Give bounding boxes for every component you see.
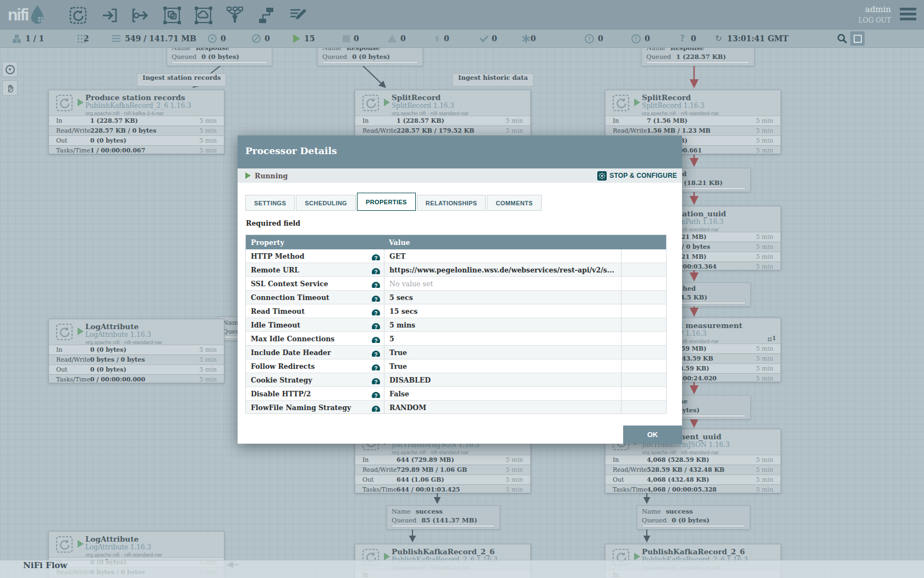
property-value: No value set [384,277,621,290]
input-port-icon[interactable] [100,6,119,25]
help-icon[interactable] [372,309,380,315]
queue-name-label: Name [392,508,411,515]
unknown-icon: ? [678,34,687,43]
navigate-palette-button[interactable] [2,62,18,77]
property-value: False [384,387,621,400]
active-threads-icon [70,34,80,43]
tab-comments[interactable]: COMMENTS [487,195,541,211]
status-count: 0 [400,34,406,43]
help-icon[interactable] [372,364,380,370]
processor-stat-row: Tasks/Time4,068 / 00:00:05.3285 min [606,484,780,494]
status-count: 0 [531,34,536,43]
stopped-icon [343,35,350,42]
processor-stat-row: In0 (0 bytes)5 min [49,345,224,355]
connection-queue-label[interactable]: NamesuccessQueued0 (0 bytes) [637,505,750,530]
connection-name-label[interactable]: Ingest station records [137,73,226,86]
tab-relationships[interactable]: RELATIONSHIPS [417,195,486,211]
status-bar: 1 / 12549 / 141.71 MB001500000↑0!0?0↻13:… [0,30,924,48]
processor-node[interactable]: Produce station recordsPublishKafkaRecor… [48,90,224,154]
status-item: 2 [70,30,89,47]
help-icon[interactable] [372,337,380,343]
table-spacer-cell [621,387,666,400]
app-header: nifi admin LOG OUT [0,0,924,30]
output-port-icon[interactable] [131,6,151,25]
status-count: 0 [444,34,449,43]
help-icon[interactable] [372,323,380,329]
processor-name: LogAttribute [85,322,219,331]
table-spacer-cell [621,249,666,263]
property-value: True [384,359,621,373]
help-icon[interactable] [372,254,380,260]
status-item: ?0 [678,30,696,47]
hand-icon [6,84,14,92]
help-icon[interactable] [372,378,380,384]
property-value: 5 secs [384,291,621,304]
running-indicator-icon [78,540,84,548]
status-item: 15 [293,30,315,47]
status-count: 0 [265,34,270,43]
queued-label: Queued [646,53,671,61]
sync-failure-icon: ! [631,34,641,43]
running-indicator-icon [78,99,84,106]
property-name: Cookie Strategy [246,376,384,384]
property-value: https://www.pegelonline.wsv.de/webservic… [384,263,621,276]
processor-name: SplitRecord [642,93,776,102]
tab-settings[interactable]: SETTINGS [245,195,295,211]
processor-stat-row: Tasks/Time1 / 00:00:00.0675 min [49,145,224,155]
stop-and-configure-button[interactable]: STOP & CONFIGURE [597,171,677,181]
birdseye-toggle-button[interactable] [850,31,865,46]
processor-type: SplitRecord 1.16.3 [642,102,776,110]
breadcrumb[interactable]: NiFi Flow [23,560,67,570]
logout-link[interactable]: LOG OUT [859,17,891,24]
running-indicator-icon [634,99,640,106]
property-name: HTTP Method [246,252,384,260]
value-column-header: Value [384,238,666,247]
tab-properties[interactable]: PROPERTIES [357,193,416,211]
help-icon[interactable] [372,268,380,274]
global-menu-button[interactable] [900,8,916,21]
process-group-icon[interactable] [162,6,182,25]
processor-name: SplitRecord [392,93,526,102]
label-icon[interactable] [288,6,307,25]
processor-name: Produce station records [85,93,219,102]
search-icon[interactable] [837,34,847,43]
property-value: 15 secs [384,304,621,318]
user-block: admin LOG OUT [859,4,891,24]
property-row: Read Timeout15 secs [246,304,666,318]
processor-icon[interactable] [68,6,88,25]
processor-node[interactable]: LogAttributeLogAttribute 1.16.3org.apach… [48,319,224,383]
help-icon[interactable] [372,392,380,398]
current-user: admin [859,4,891,14]
help-icon[interactable] [372,351,380,357]
help-icon[interactable] [372,282,380,288]
table-spacer-cell [621,359,666,373]
processor-stat-row: Out644 (1.06 GB)5 min [355,475,530,484]
property-name: Idle Timeout [246,321,384,329]
operate-palette-button[interactable] [2,80,18,96]
help-icon[interactable] [372,296,380,302]
remote-process-group-icon[interactable] [194,6,213,25]
status-count: 1 / 1 [25,34,44,43]
processor-stat-row: Read/Write228.57 KB / 179.52 KB5 min [355,126,530,135]
running-indicator-icon [78,328,84,335]
connection-queue-label[interactable]: NamesuccessQueued85 (141.37 MB) [387,505,500,530]
ok-button[interactable]: OK [623,426,682,444]
help-icon[interactable] [372,406,380,412]
property-name: Connection Timeout [246,293,384,302]
connection-name-label[interactable]: Ingest historic data [453,73,534,86]
queued-value: 1 (228.57 KB) [676,53,726,61]
property-name: Remote URL [246,266,384,274]
running-indicator-icon [384,553,390,560]
processor-stat-row: In7 (1.56 MB)5 min [606,116,780,126]
status-count: 0 [598,34,603,43]
dialog-title: Processor Details [245,145,337,156]
table-spacer-cell [621,291,666,304]
template-icon[interactable] [256,6,276,25]
processor-type: SplitRecord 1.16.3 [392,102,526,110]
funnel-icon[interactable] [225,6,245,25]
status-item: 549 / 141.71 MB [112,30,196,47]
queued-label: Queued [172,53,196,61]
status-count: 549 / 141.71 MB [125,34,196,43]
tab-scheduling[interactable]: SCHEDULING [296,195,356,211]
processor-name: PublishKafkaRecord_2_6 [642,547,776,556]
